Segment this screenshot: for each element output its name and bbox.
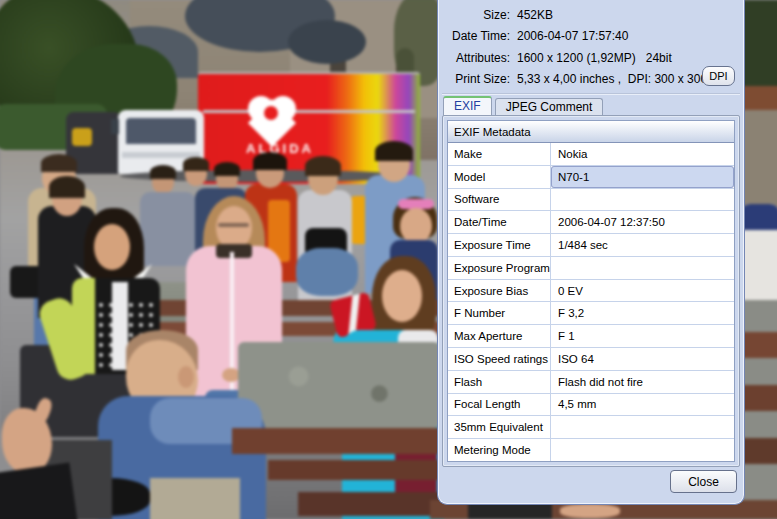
table-cell-label: Make <box>448 143 551 165</box>
table-cell-value[interactable] <box>552 440 733 460</box>
file-info-label: Attributes: <box>446 51 510 65</box>
headband-girl-face <box>400 208 432 244</box>
table-cell-value[interactable]: Flash did not fire <box>552 372 733 392</box>
cyan-girl-face <box>382 270 422 322</box>
table-cell-label: Exposure Time <box>448 234 551 256</box>
tab-exif[interactable]: EXIF <box>443 96 492 116</box>
table-cell-value[interactable]: F 3,2 <box>552 303 733 323</box>
crowd-hair <box>214 162 240 176</box>
truck-windshield <box>126 118 196 144</box>
table-row[interactable]: Software <box>448 189 734 212</box>
table-cell-value[interactable]: 0 EV <box>552 281 733 301</box>
table-row[interactable]: Exposure Program <box>448 257 734 280</box>
table-row[interactable]: Metering Mode <box>448 439 734 461</box>
file-info-label: Size: <box>446 8 510 22</box>
dpi-button[interactable]: DPI <box>702 66 735 86</box>
table-cell-value[interactable] <box>552 417 733 437</box>
file-info-value: 1600 x 1200 (1,92MP) 24bit <box>517 51 672 65</box>
table-row[interactable]: Focal Length4,5 mm <box>448 394 734 417</box>
table-cell-label: Exposure Program <box>448 257 551 279</box>
crowd-hair <box>150 165 176 179</box>
truck-mirror <box>111 119 119 134</box>
crowd-hair <box>253 152 287 170</box>
table-cell-label: Flash <box>448 371 551 393</box>
strip-person-collar <box>740 204 777 230</box>
tab-bar: EXIF JPEG Comment <box>443 97 603 116</box>
table-cell-label: 35mm Equivalent <box>448 416 551 438</box>
bench-plank <box>232 428 444 454</box>
table-cell-value[interactable]: 4,5 mm <box>552 395 733 415</box>
table-cell-value[interactable]: ISO 64 <box>552 349 733 369</box>
glasses <box>218 223 249 227</box>
table-row[interactable]: Exposure Time1/484 sec <box>448 234 734 257</box>
boy-ear <box>178 366 194 388</box>
exif-table-body: MakeNokiaModelN70-1SoftwareDate/Time2006… <box>448 143 734 461</box>
table-row[interactable]: F NumberF 3,2 <box>448 302 734 325</box>
far-figure-vest <box>72 128 92 146</box>
dome-small <box>288 20 366 64</box>
table-cell-value[interactable]: Nokia <box>552 144 733 164</box>
algida-heart-swirl <box>264 106 278 120</box>
crowd-hair <box>375 141 413 161</box>
file-info-value: 5,33 x 4,00 inches , DPI: 300 x 300 <box>517 72 707 86</box>
file-info-row: Print Size:5,33 x 4,00 inches , DPI: 300… <box>446 69 698 91</box>
table-cell-label: Model <box>448 166 551 188</box>
exif-table: EXIF Metadata MakeNokiaModelN70-1Softwar… <box>447 120 735 462</box>
table-cell-label: Max Aperture <box>448 325 551 347</box>
crowd-hair <box>41 154 77 172</box>
table-row[interactable]: Date/Time2006-04-07 12:37:50 <box>448 211 734 234</box>
crowd-hair <box>49 176 85 198</box>
corner-shadow <box>0 463 78 519</box>
file-info-row: Size:452KB <box>446 4 698 26</box>
truck-rail <box>203 110 415 113</box>
app-window: ALGIDA <box>0 0 777 519</box>
table-cell-value[interactable] <box>552 258 733 278</box>
file-info-row: Date Time:2006-04-07 17:57:40 <box>446 26 698 48</box>
table-row[interactable]: ModelN70-1 <box>448 166 734 189</box>
table-row[interactable]: ISO Speed ratingsISO 64 <box>448 348 734 371</box>
table-cell-label: Focal Length <box>448 394 551 416</box>
table-cell-label: Date/Time <box>448 211 551 233</box>
child-hand <box>560 504 620 518</box>
boy-pant <box>150 478 240 519</box>
file-info-value: 2006-04-07 17:57:40 <box>517 29 628 43</box>
table-cell-label: Exposure Bias <box>448 280 551 302</box>
pink-jacket-collar <box>216 244 252 258</box>
table-cell-label: Software <box>448 189 551 211</box>
file-info-rows: Size:452KBDate Time:2006-04-07 17:57:40A… <box>446 4 698 90</box>
tab-jpeg-comment[interactable]: JPEG Comment <box>495 98 604 116</box>
tab-page: EXIF Metadata MakeNokiaModelN70-1Softwar… <box>442 115 740 467</box>
table-cell-value[interactable]: N70-1 <box>552 167 733 187</box>
exif-properties-dialog: Size:452KBDate Time:2006-04-07 17:57:40A… <box>437 0 745 505</box>
file-info-label: Date Time: <box>446 29 510 43</box>
table-cell-label: F Number <box>448 302 551 324</box>
bench-plank <box>268 460 446 480</box>
stone-table <box>238 342 440 428</box>
crowd-hair <box>305 156 341 176</box>
file-info-row: Attributes:1600 x 1200 (1,92MP) 24bit <box>446 47 698 69</box>
table-cell-value[interactable]: 1/484 sec <box>552 235 733 255</box>
table-row[interactable]: Max ApertureF 1 <box>448 325 734 348</box>
denim-pile <box>296 248 358 296</box>
table-cell-value[interactable]: F 1 <box>552 326 733 346</box>
table-row[interactable]: Exposure Bias0 EV <box>448 280 734 303</box>
table-cell-label: Metering Mode <box>448 439 551 461</box>
table-cell-value[interactable] <box>552 190 733 210</box>
table-row[interactable]: MakeNokia <box>448 143 734 166</box>
file-info-label: Print Size: <box>446 72 510 86</box>
table-cell-value[interactable]: 2006-04-07 12:37:50 <box>552 212 733 232</box>
file-info-value: 452KB <box>517 8 553 22</box>
left-girl-face <box>94 224 130 270</box>
table-cell-label: ISO Speed ratings <box>448 348 551 370</box>
section-divider <box>442 93 740 95</box>
crowd-torso <box>140 192 196 266</box>
table-row[interactable]: 35mm Equivalent <box>448 416 734 439</box>
close-button[interactable]: Close <box>670 470 737 493</box>
exif-table-header: EXIF Metadata <box>448 121 734 143</box>
crowd-hair <box>183 157 209 171</box>
table-row[interactable]: FlashFlash did not fire <box>448 371 734 394</box>
